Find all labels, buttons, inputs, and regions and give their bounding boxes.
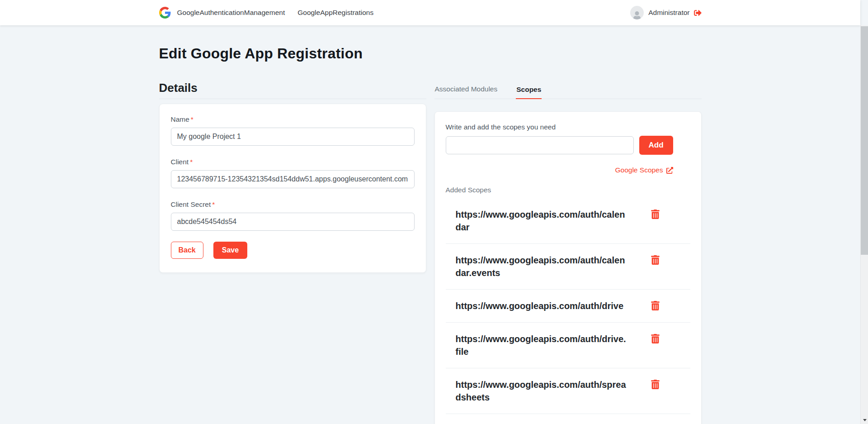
back-button[interactable]: Back — [171, 242, 203, 259]
trash-icon[interactable] — [651, 255, 660, 266]
scrollbar-thumb[interactable] — [861, 26, 868, 255]
trash-icon[interactable] — [651, 334, 660, 345]
username: Administrator — [648, 9, 689, 17]
scope-url: https://www.googleapis.com/auth/calendar — [456, 208, 628, 233]
scope-row: https://www.googleapis.com/auth/spreadsh… — [446, 368, 690, 414]
name-label: Name* — [171, 115, 415, 124]
tab-scopes[interactable]: Scopes — [516, 86, 542, 99]
google-scopes-link-label: Google Scopes — [615, 166, 663, 174]
scope-url: https://www.googleapis.com/auth/drive.fi… — [456, 333, 628, 358]
required-asterisk: * — [191, 115, 193, 123]
details-section: Details Name* Client* Client Secret* — [159, 79, 426, 273]
trash-icon[interactable] — [651, 210, 660, 220]
logout-icon[interactable] — [694, 9, 702, 17]
tab-bar: Associated Modules Scopes — [434, 79, 702, 99]
scopes-section: Associated Modules Scopes Write and add … — [434, 79, 702, 424]
avatar — [630, 6, 644, 19]
save-button[interactable]: Save — [213, 242, 247, 259]
external-link-icon — [666, 167, 673, 174]
scope-row: https://www.googleapis.com/auth/calendar… — [446, 244, 690, 290]
added-scopes-label: Added Scopes — [446, 186, 690, 194]
scrollbar[interactable] — [860, 25, 868, 424]
details-card: Name* Client* Client Secret* Back Save — [159, 104, 426, 273]
scope-input-label: Write and add the scopes you need — [446, 123, 673, 131]
client-secret-label: Client Secret* — [171, 200, 415, 209]
scroll-down-arrow-icon — [863, 419, 867, 421]
client-secret-input[interactable] — [171, 213, 415, 231]
scope-row: https://www.googleapis.com/auth/drive — [446, 290, 690, 323]
google-logo-icon[interactable] — [159, 7, 171, 19]
required-asterisk: * — [190, 158, 193, 166]
scope-url: https://www.googleapis.com/auth/calendar… — [456, 254, 628, 279]
nav-link-app-registrations[interactable]: GoogleAppRegistrations — [297, 9, 373, 17]
scope-url: https://www.googleapis.com/auth/spreadsh… — [456, 378, 628, 404]
user-menu[interactable]: Administrator — [630, 6, 701, 19]
details-heading: Details — [159, 81, 198, 99]
trash-icon[interactable] — [651, 380, 660, 391]
trash-icon[interactable] — [651, 301, 660, 312]
page: GoogleAuthenticationManagement GoogleApp… — [0, 0, 860, 424]
google-scopes-link[interactable]: Google Scopes — [615, 166, 673, 174]
scope-row: https://www.googleapis.com/auth/drive.fi… — [446, 323, 690, 368]
brand-link[interactable]: GoogleAuthenticationManagement — [177, 9, 285, 17]
scrollbar-down-button[interactable] — [861, 416, 868, 424]
required-asterisk: * — [212, 200, 215, 208]
scope-url: https://www.googleapis.com/auth/drive — [456, 300, 628, 312]
page-title: Edit Google App Registration — [159, 45, 702, 62]
scope-row: https://www.googleapis.com/auth/calendar — [446, 198, 690, 244]
client-input[interactable] — [171, 170, 415, 188]
add-scope-button[interactable]: Add — [639, 136, 673, 155]
tab-associated-modules[interactable]: Associated Modules — [434, 85, 498, 99]
name-input[interactable] — [171, 128, 415, 146]
client-label: Client* — [171, 158, 415, 166]
scope-list: https://www.googleapis.com/auth/calendar… — [446, 198, 690, 414]
scope-input[interactable] — [446, 136, 634, 154]
top-navbar: GoogleAuthenticationManagement GoogleApp… — [0, 0, 860, 25]
scopes-card: Write and add the scopes you need Add Go… — [434, 111, 702, 424]
